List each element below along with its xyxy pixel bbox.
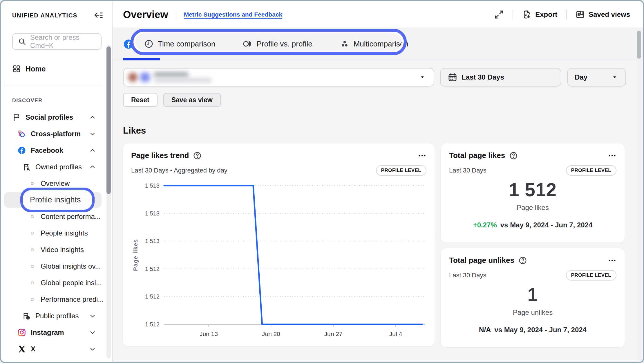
cross-platform-icon [17,130,26,138]
multicomparison-icon [340,39,350,49]
saved-views-icon [575,10,585,19]
y-axis-tick-label: 1 512 [145,266,160,272]
chevron-up-icon[interactable] [89,163,96,171]
sidebar-item-label: Cross-platform [31,130,81,138]
search-input[interactable]: Search or press Cmd+K [12,33,102,50]
main-scrollbar-thumb[interactable] [637,31,641,59]
kpi-value: 1 [527,284,538,306]
sidebar-item-label: Performance predi... [41,295,104,303]
bullet-icon [29,180,35,187]
card-subtitle: Last 30 Days • Aggregated by day [131,167,227,174]
sidebar-item-people-insights[interactable]: People insights [1,225,112,241]
save-as-view-button[interactable]: Save as view [163,93,221,107]
filter-actions: Reset Save as view [123,93,634,107]
tab-profile-vs-profile[interactable]: Profile vs. profile [243,39,312,49]
y-axis-tick-label: 1 512 [145,293,160,300]
chevron-up-icon[interactable] [89,114,96,121]
sidebar-item-facebook[interactable]: Facebook [1,142,112,159]
help-question-icon[interactable] [193,151,202,160]
sidebar: UNIFIED ANALYTICS Search or press Cmd+K … [1,1,113,362]
section-title-likes: Likes [123,125,634,136]
reset-button[interactable]: Reset [123,93,158,107]
facebook-platform-tab[interactable] [123,39,134,50]
tab-multicomparison[interactable]: Multicomparison [340,39,408,49]
sidebar-item-performance-predi[interactable]: Performance predi... [1,291,112,308]
y-axis-title: Page likes [132,239,139,271]
chevron-down-icon[interactable] [89,345,96,353]
sidebar-item-label: Global people insi... [41,279,102,287]
kpi-body: 1 Page unlikes N/A vs May 9, 2024 - Jun … [449,281,616,340]
sidebar-item-label: Owned profiles [35,163,82,171]
total-page-unlikes-card: Total page unlikes Last 30 Days PROFILE … [441,248,625,347]
bullet-icon [29,280,35,286]
card-subtitle: Last 30 Days [449,167,486,174]
sidebar-item-instagram[interactable]: Instagram [1,324,112,341]
kpi-delta: N/A [479,326,491,334]
sidebar-item-video-insights[interactable]: Video insights [1,241,112,258]
tab-label: Profile vs. profile [256,39,312,48]
x-axis-tick-label: Jun 27 [324,330,343,337]
kpi-delta-row: +0.27% vs May 9, 2024 - Jun 7, 2024 [473,221,593,229]
tab-label: Time comparison [158,39,215,48]
card-title: Page likes trend [131,151,189,160]
sidebar-item-label: X [31,345,35,353]
metric-suggestions-link[interactable]: Metric Suggestions and Feedback [184,11,283,18]
x-axis-tick-label: Jun 13 [200,330,218,337]
owned-profiles-icon [22,163,31,171]
sidebar-item-label: Profile insights [30,195,81,204]
kpi-value: 1 512 [509,179,557,201]
chevron-up-icon[interactable] [89,147,96,154]
sidebar-item-social-profiles[interactable]: Social profiles [1,109,112,125]
tab-label: Multicomparison [354,39,408,48]
kpi-value-label: Page unlikes [513,308,553,317]
sidebar-item-public-profiles[interactable]: Public profiles [1,308,112,324]
more-options-icon[interactable] [418,151,426,160]
sidebar-item-cross-platform[interactable]: Cross-platform [1,125,112,142]
card-header: Page likes trend [131,151,426,160]
sidebar-item-global-insights-ov[interactable]: Global insights ov... [1,258,112,274]
saved-views-button[interactable]: Saved views [575,10,630,19]
date-range-button[interactable]: Last 30 Days [440,68,561,87]
expand-icon[interactable] [494,10,504,19]
profile-select[interactable] [123,68,434,87]
profile-level-badge: PROFILE LEVEL [566,165,616,176]
comparison-tabs: Time comparisonProfile vs. profileMultic… [144,28,408,60]
more-options-icon[interactable] [608,151,616,160]
sidebar-item-label: Content performa... [41,213,101,221]
bullet-icon [29,296,35,303]
sidebar-item-label: People insights [41,229,88,237]
sidebar-item-x[interactable]: X [1,341,112,357]
export-icon [522,10,532,19]
collapse-sidebar-icon[interactable] [93,10,103,20]
kpi-compare-range: vs May 9, 2024 - Jun 7, 2024 [500,221,593,229]
page-likes-trend-line [164,186,422,324]
card-subheader: Last 30 Days PROFILE LEVEL [449,165,616,176]
kpi-column: Total page likes Last 30 Days PROFILE LE… [441,143,625,347]
tab-time-comparison[interactable]: Time comparison [144,39,215,49]
chevron-down-icon[interactable] [89,329,96,336]
main-scrollbar-track[interactable] [637,29,641,360]
redacted-profile-name [154,72,212,82]
x-icon [17,345,26,353]
kpi-delta-row: N/A vs May 9, 2024 - Jun 7, 2024 [479,326,587,334]
sidebar-scrollbar-thumb[interactable] [106,46,111,194]
profile-level-badge: PROFILE LEVEL [376,165,426,176]
active-tab-indicator [123,58,160,60]
title-separator [176,10,176,19]
help-question-icon[interactable] [518,256,527,265]
y-axis-tick-label: 1 513 [145,182,160,189]
more-options-icon[interactable] [608,256,616,265]
sidebar-item-global-people-insi[interactable]: Global people insi... [1,274,112,291]
export-button[interactable]: Export [522,10,557,19]
chevron-down-icon[interactable] [89,130,96,138]
page-likes-trend-chart: 1 5121 5121 5121 5131 5131 513Jun 13Jun … [131,176,426,337]
granularity-dropdown[interactable]: Day [567,68,626,87]
sidebar-item-home[interactable]: Home [1,62,112,76]
sidebar-home-label: Home [26,65,46,73]
y-axis-tick-label: 1 513 [145,238,160,244]
annotation-box-profile-insights: Profile insights [20,188,95,212]
help-question-icon[interactable] [509,151,518,160]
sidebar-item-profile-insights[interactable]: Profile insights [1,192,112,208]
sidebar-item-owned-profiles[interactable]: Owned profiles [1,159,112,175]
chevron-down-icon[interactable] [89,312,96,320]
